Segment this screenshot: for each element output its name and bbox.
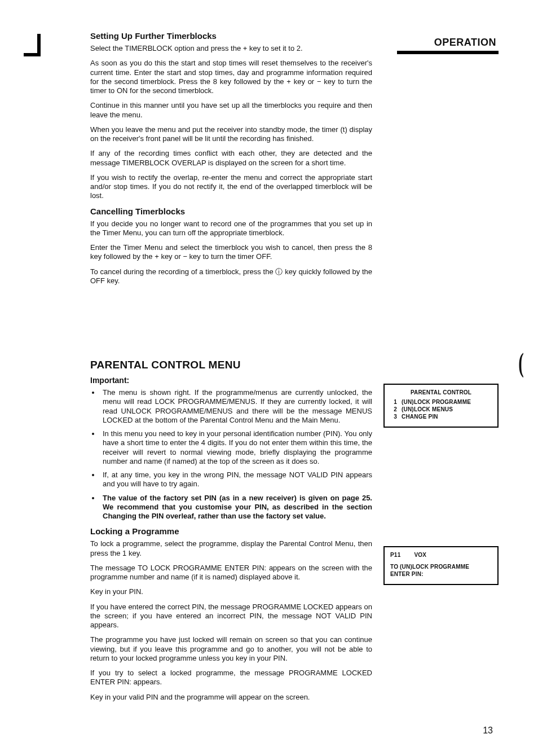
bullet-item-bold: The value of the factory set PIN (as in … <box>100 494 372 521</box>
body-text: If you try to select a locked programme,… <box>90 669 372 687</box>
manual-page: OPERATION ( Setting Up Further Timerbloc… <box>0 0 538 756</box>
osd-item-text: (UN)LOCK PROGRAMME <box>402 399 471 405</box>
osd-menu-item: 1 (UN)LOCK PROGRAMME <box>390 399 492 405</box>
body-text: Key in your PIN. <box>90 587 372 596</box>
osd-item-number: 3 <box>390 414 397 420</box>
bullet-item: If, at any time, you key in the wrong PI… <box>100 471 372 489</box>
body-text: If you wish to rectify the overlap, re-e… <box>90 173 372 201</box>
body-text: Select the TIMERBLOCK option and press t… <box>90 44 372 53</box>
body-text: If you have entered the correct PIN, the… <box>90 603 372 630</box>
osd-menu-item: 3 CHANGE PIN <box>390 414 492 420</box>
osd-item-text: (UN)LOCK MENUS <box>402 406 453 412</box>
section-header: OPERATION <box>386 37 499 49</box>
osd-prompt-line: TO (UN)LOCK PROGRAMME <box>390 564 492 570</box>
heading-setting-up: Setting Up Further Timerblocks <box>90 31 372 41</box>
osd-lock-prompt: P11 VOX TO (UN)LOCK PROGRAMME ENTER PIN: <box>383 546 499 585</box>
body-text: The programme you have just locked will … <box>90 635 372 663</box>
heading-cancelling: Cancelling Timerblocks <box>90 206 372 216</box>
page-number: 13 <box>483 726 493 736</box>
heading-parental-control: PARENTAL CONTROL MENU <box>90 359 372 371</box>
body-text: When you leave the menu and put the rece… <box>90 125 372 144</box>
osd-prog-number: P11 <box>390 552 400 558</box>
body-text: Continue in this manner until you have s… <box>90 101 372 120</box>
body-text: As soon as you do this the start and sto… <box>90 59 372 95</box>
body-column: Setting Up Further Timerblocks Select th… <box>90 31 372 702</box>
section-header-underline <box>397 51 499 54</box>
osd-item-number: 2 <box>390 406 397 412</box>
heading-locking: Locking a Programme <box>90 526 372 536</box>
page-tab-mark <box>24 34 41 56</box>
osd-item-text: CHANGE PIN <box>402 414 438 420</box>
body-text: If you decide you no longer want to reco… <box>90 219 372 238</box>
osd-menu-item: 2 (UN)LOCK MENUS <box>390 406 492 412</box>
important-bullets: The menu is shown right. If the programm… <box>90 388 372 521</box>
body-text: If any of the recording times conflict w… <box>90 149 372 168</box>
body-text: To lock a programme, select the programm… <box>90 539 372 558</box>
body-text: To cancel during the recording of a time… <box>90 267 372 286</box>
body-text: Key in your valid PIN and the programme … <box>90 693 372 702</box>
osd-title: PARENTAL CONTROL <box>390 389 492 395</box>
body-text: The message TO LOCK PROGRAMME ENTER PIN:… <box>90 564 372 582</box>
crop-mark-icon: ( <box>518 347 524 378</box>
important-label: Important: <box>90 376 372 385</box>
bullet-item: The menu is shown right. If the programm… <box>100 388 372 425</box>
osd-item-number: 1 <box>390 399 397 405</box>
side-header-block: OPERATION <box>386 37 499 54</box>
bullet-item: In this menu you need to key in your per… <box>100 429 372 466</box>
osd-prompt-line: ENTER PIN: <box>390 571 492 577</box>
body-text: Enter the Timer Menu and select the time… <box>90 243 372 262</box>
osd-parental-control-menu: PARENTAL CONTROL 1 (UN)LOCK PROGRAMME 2 … <box>383 384 499 428</box>
osd-prog-name: VOX <box>414 552 426 558</box>
